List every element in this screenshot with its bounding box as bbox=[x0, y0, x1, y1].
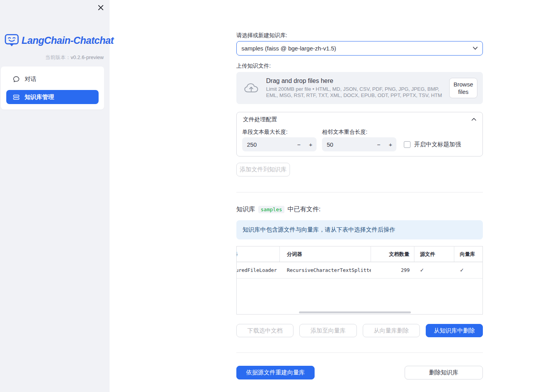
app-logo: LangChain-Chatchat bbox=[5, 34, 105, 47]
cell-vector-check: ✓ bbox=[454, 262, 483, 278]
chevron-up-icon bbox=[472, 118, 476, 121]
add-to-vectorstore-button[interactable]: 添加至向量库 bbox=[299, 324, 356, 337]
version-info: 当前版本：v0.2.6-preview bbox=[0, 54, 104, 61]
cell-source-check: ✓ bbox=[414, 262, 454, 278]
delete-kb-button[interactable]: 删除知识库 bbox=[405, 366, 483, 379]
sidebar-menu: 对话 知识库管理 bbox=[1, 67, 104, 110]
cell-docs: 299 bbox=[371, 262, 414, 278]
version-value: v0.2.6-preview bbox=[70, 54, 104, 60]
col-loader-header[interactable]: 文档加载器 bbox=[236, 246, 280, 262]
chevron-down-icon bbox=[473, 47, 478, 50]
col-splitter-header[interactable]: 分词器 bbox=[280, 246, 371, 262]
chat-bubble-icon bbox=[13, 76, 20, 83]
main-content: 请选择或新建知识库: samples (faiss @ bge-large-zh… bbox=[236, 0, 483, 379]
logo-chat-icon bbox=[5, 34, 19, 47]
kb-line-suffix: 中已有文件: bbox=[288, 205, 320, 214]
chunk-size-label: 单段文本最大长度: bbox=[242, 129, 288, 135]
zh-title-enhance-checkbox[interactable]: 开启中文标题加强 bbox=[404, 141, 461, 148]
app-title: LangChain-Chatchat bbox=[22, 35, 113, 46]
delete-from-kb-button[interactable]: 从知识库中删除 bbox=[426, 324, 483, 337]
info-alert: 知识库中包含源文件与向量库，请从下表中选择文件后操作 bbox=[236, 220, 483, 239]
upload-label: 上传知识文件: bbox=[236, 63, 483, 68]
col-docs-header[interactable]: 文档数量 bbox=[371, 246, 414, 262]
increment-button[interactable]: + bbox=[305, 137, 317, 151]
dropzone-text: Drag and drop files here Limit 200MB per… bbox=[266, 77, 449, 99]
stacked-list-icon bbox=[13, 94, 20, 101]
kb-name-code: samples bbox=[258, 206, 284, 213]
table-header-row: 文档加载器 分词器 文档数量 源文件 向量库 bbox=[236, 246, 483, 262]
table-scroll-content: 文档加载器 分词器 文档数量 源文件 向量库 UnstructuredFileL… bbox=[236, 246, 483, 279]
dropzone-limit: Limit 200MB per file • HTML, MD, JSON, C… bbox=[266, 86, 445, 99]
sidebar-item-label: 知识库管理 bbox=[25, 94, 54, 101]
overlap-size-input[interactable]: 50 − + bbox=[322, 137, 396, 151]
chunk-size-input[interactable]: 250 − + bbox=[242, 137, 317, 151]
sidebar-item-label: 对话 bbox=[25, 76, 36, 83]
expander-title: 文件处理配置 bbox=[243, 116, 472, 123]
overlap-size-label: 相邻文本重合长度: bbox=[322, 129, 367, 135]
divider bbox=[236, 352, 483, 353]
sidebar-close-icon[interactable] bbox=[96, 3, 105, 12]
kb-select[interactable]: samples (faiss @ bge-large-zh-v1.5) bbox=[236, 41, 483, 56]
col-vector-header[interactable]: 向量库 bbox=[454, 246, 483, 262]
kb-select-value: samples (faiss @ bge-large-zh-v1.5) bbox=[241, 45, 473, 52]
divider bbox=[236, 192, 483, 192]
increment-button[interactable]: + bbox=[385, 137, 396, 151]
cell-splitter: RecursiveCharacterTextSplitter bbox=[280, 262, 371, 278]
kb-management-buttons: 依据源文件重建向量库 删除知识库 bbox=[236, 366, 483, 379]
expander-header[interactable]: 文件处理配置 bbox=[237, 112, 482, 126]
dropzone-title: Drag and drop files here bbox=[266, 77, 445, 85]
checkbox-unchecked[interactable] bbox=[404, 141, 410, 148]
browse-files-button[interactable]: Browse files bbox=[449, 78, 477, 98]
version-label: 当前版本： bbox=[45, 54, 70, 60]
chunk-size-value: 250 bbox=[242, 141, 293, 148]
overlap-size-value: 50 bbox=[322, 141, 373, 148]
kb-line-prefix: 知识库 bbox=[236, 205, 255, 214]
decrement-button[interactable]: − bbox=[373, 137, 385, 151]
rebuild-vectorstore-button[interactable]: 依据源文件重建向量库 bbox=[236, 366, 315, 379]
kb-select-label: 请选择或新建知识库: bbox=[236, 32, 483, 38]
sidebar-item-knowledge-base[interactable]: 知识库管理 bbox=[6, 90, 99, 104]
file-dropzone[interactable]: Drag and drop files here Limit 200MB per… bbox=[236, 72, 483, 104]
table-row[interactable]: UnstructuredFileLoader RecursiveCharacte… bbox=[236, 262, 483, 279]
decrement-button[interactable]: − bbox=[293, 137, 305, 151]
sidebar-item-dialogue[interactable]: 对话 bbox=[6, 72, 99, 86]
cell-loader: UnstructuredFileLoader bbox=[236, 262, 280, 278]
checkbox-label: 开启中文标题加强 bbox=[414, 141, 461, 148]
file-action-buttons: 下载选中文档 添加至向量库 从向量库删除 从知识库中删除 bbox=[236, 324, 483, 337]
col-source-header[interactable]: 源文件 bbox=[414, 246, 454, 262]
cloud-upload-icon bbox=[243, 82, 260, 94]
kb-files-table[interactable]: 文档加载器 分词器 文档数量 源文件 向量库 UnstructuredFileL… bbox=[236, 246, 483, 315]
file-config-expander: 文件处理配置 单段文本最大长度: 相邻文本重合长度: 250 − + 50 − … bbox=[236, 112, 483, 156]
horizontal-scrollbar[interactable] bbox=[299, 311, 411, 313]
add-files-to-kb-button[interactable]: 添加文件到知识库 bbox=[236, 163, 290, 176]
kb-files-heading: 知识库 samples 中已有文件: bbox=[236, 205, 483, 214]
delete-from-vectorstore-button[interactable]: 从向量库删除 bbox=[363, 324, 420, 337]
sidebar: LangChain-Chatchat 当前版本：v0.2.6-preview 对… bbox=[0, 0, 110, 392]
download-selected-button[interactable]: 下载选中文档 bbox=[236, 324, 293, 337]
